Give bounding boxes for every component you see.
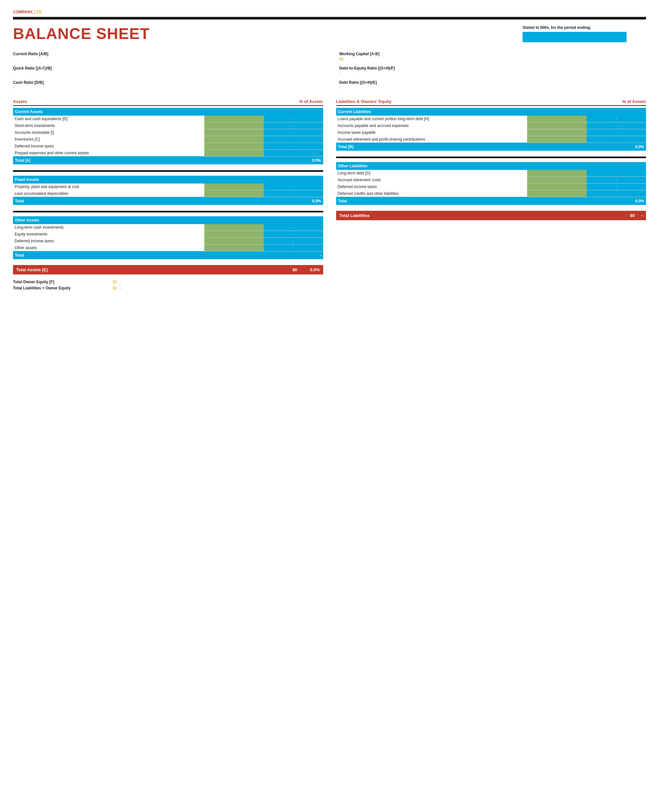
ol-row1-pct: - [586,170,646,177]
ca-row3-value[interactable] [204,129,264,136]
oa-row1-value[interactable] [204,224,264,231]
current-liabilities-header-label: Current Liabilities [336,108,646,116]
header-divider [13,17,646,19]
ratio-debt-equity-label: Debt-to-Equity Ratio [(G+H)/F] [339,66,646,71]
cl-row2-label: Accounts payable and accrued expenses [336,122,527,129]
table-row: Inventories [C] - [13,136,323,143]
ca-row2-value[interactable] [204,122,264,129]
owner-equity-row: Total Owner Equity [F] $0 - [13,280,323,284]
section-divider-1 [13,170,323,172]
fixed-assets-total-value [204,197,264,205]
other-assets-table: Other Assets Long-term cash investments … [13,216,323,259]
current-assets-total-label: Total [A] [13,156,204,164]
cl-row4-label: Accrued retirement and profit-sharing co… [336,136,527,143]
ca-row4-value[interactable] [204,136,264,143]
liabilities-pct-label: % of Assets [622,99,646,104]
ratio-current-ratio: Current Ratio [A/B] - [13,52,320,61]
oa-row3-pct: - [264,237,323,244]
cl-row1-pct: - [586,116,646,123]
assets-column: Assets % of Assets Current Assets Cash a… [13,99,323,292]
table-row: Accounts receivable [I] - [13,129,323,136]
ratio-current-ratio-value: - [13,57,320,61]
current-assets-table: Current Assets Cash and cash equivalents… [13,108,323,164]
cl-row2-value[interactable] [527,122,586,129]
ca-row6-value[interactable] [204,150,264,156]
table-row: Accrued retirement and profit-sharing co… [336,136,646,143]
oa-row4-value[interactable] [204,244,264,251]
total-assets-row: Total Assets [E] $0 0.0% [13,265,323,274]
fa-row1-value[interactable] [204,183,264,190]
period-input[interactable] [523,32,626,42]
table-row: Property, plant and equipment at cost - [13,183,323,190]
table-row: Accrued retirement costs - [336,177,646,183]
total-liabilities-value: $0 [630,213,635,218]
title-block: BALANCE SHEET [13,25,150,43]
ol-row1-value[interactable] [527,170,586,177]
page-title: BALANCE SHEET [13,25,150,43]
section-divider-2 [13,211,323,213]
fixed-assets-total-row: Total 0.0% [13,197,323,205]
ca-row2-label: Short-term investments [13,122,204,129]
fa-row2-value[interactable] [204,190,264,197]
ca-row3-pct: - [264,129,323,136]
current-liabilities-header: Current Liabilities [336,108,646,116]
current-assets-total-row: Total [A] 0.0% [13,156,323,164]
other-liabilities-header: Other Liabilities [336,162,646,170]
oa-row3-label: Deferred income taxes [13,237,204,244]
ol-row4-pct: - [586,190,646,197]
ratio-debt-ratio: Debt Ratio [(G+H)/E] - [339,80,646,90]
ca-row5-label: Deferred income taxes [13,143,204,150]
oa-row3-value[interactable] [204,237,264,244]
liabilities-column: Liabilities & Owners' Equity % of Assets… [336,99,646,292]
main-content: Assets % of Assets Current Assets Cash a… [13,99,646,292]
fa-row2-label: Less accumulated depreciation [13,190,204,197]
cl-row4-value[interactable] [527,136,586,143]
ratio-current-ratio-label: Current Ratio [A/B] [13,52,320,56]
table-row: Deferred credits and other liabilities - [336,190,646,197]
table-row: Deferred income taxes - [13,143,323,150]
total-assets-pct: 0.0% [310,267,320,272]
other-liabilities-header-label: Other Liabilities [336,162,646,170]
ca-row5-value[interactable] [204,143,264,150]
fixed-assets-total-pct: 0.0% [264,197,323,205]
ol-row4-value[interactable] [527,190,586,197]
ol-row2-value[interactable] [527,177,586,183]
oa-row2-pct: - [264,230,323,237]
cl-row1-value[interactable] [527,116,586,123]
total-liabilities-equity-dash: - [120,286,121,290]
table-row: Less accumulated depreciation - [13,190,323,197]
fixed-assets-total-label: Total [13,197,204,205]
current-liabilities-total-label: Total [B] [336,143,527,151]
current-liabilities-total-pct: 0.0% [586,143,646,151]
cl-row4-pct: - [586,136,646,143]
total-liabilities-equity-value: $0 [98,286,117,290]
oa-row2-label: Equity investments [13,230,204,237]
ol-row4-label: Deferred credits and other liabilities [336,190,527,197]
ca-row1-value[interactable] [204,116,264,123]
ol-row3-value[interactable] [527,183,586,190]
fixed-assets-header: Fixed Assets [13,176,323,183]
oa-row1-pct: - [264,224,323,231]
top-section: BALANCE SHEET Stated in 000s, for the pe… [13,25,646,43]
assets-section-label: Assets [13,99,27,104]
ratio-working-capital-value: $0 [339,57,646,61]
current-liabilities-total-row: Total [B] 0.0% [336,143,646,151]
oa-row1-label: Long-term cash investments [13,224,204,231]
cl-row3-value[interactable] [527,129,586,136]
other-liabilities-total-value [527,197,586,205]
ca-row6-pct: - [264,150,323,156]
bottom-summary: Total Owner Equity [F] $0 - Total Liabil… [13,280,323,290]
ratio-cash-ratio-value: - [13,85,320,90]
table-row: Deferred income taxes - [336,183,646,190]
oa-row2-value[interactable] [204,230,264,237]
owner-equity-value: $0 [98,280,117,284]
other-assets-total-row: Total - [13,251,323,259]
other-assets-total-pct: - [264,251,323,259]
fa-row1-label: Property, plant and equipment at cost [13,183,204,190]
current-liabilities-table: Current Liabilities Loans payable and cu… [336,108,646,151]
liabilities-section-label: Liabilities & Owners' Equity [336,99,392,104]
ratios-section: Current Ratio [A/B] - Working Capital [A… [13,52,646,90]
ca-row6-label: Prepaid expenses and other current asset… [13,150,204,156]
ratio-cash-ratio: Cash Ratio [D/B] - [13,80,320,90]
period-section: Stated in 000s, for the period ending: [523,25,646,42]
